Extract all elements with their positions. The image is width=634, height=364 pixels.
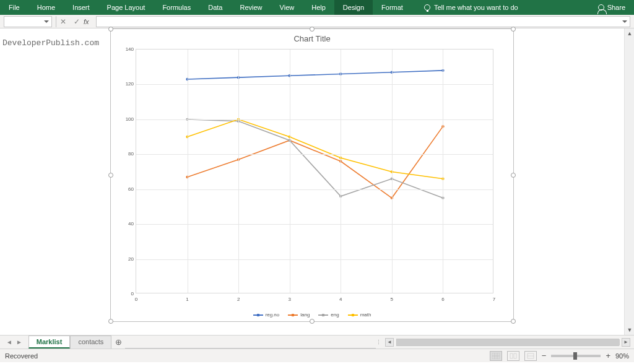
tab-nav-next-icon[interactable]: ► bbox=[16, 339, 22, 345]
resize-handle[interactable] bbox=[511, 319, 516, 324]
normal-view-button[interactable] bbox=[490, 351, 502, 361]
y-tick-label: 120 bbox=[120, 81, 134, 87]
resize-handle[interactable] bbox=[108, 27, 113, 32]
legend-label: lang bbox=[300, 312, 310, 318]
sheet-tab-marklist[interactable]: Marklist bbox=[28, 336, 71, 349]
series-line-lang[interactable] bbox=[188, 126, 443, 198]
zoom-slider[interactable] bbox=[551, 355, 601, 357]
tab-spacer bbox=[125, 336, 376, 349]
ribbon-tabs: FileHomeInsertPage LayoutFormulasDataRev… bbox=[0, 0, 634, 15]
vertical-scrollbar[interactable]: ▲ ▼ bbox=[624, 28, 634, 335]
resize-handle[interactable] bbox=[108, 173, 113, 178]
zoom-out-button[interactable]: − bbox=[542, 351, 547, 360]
name-box-dropdown-icon[interactable] bbox=[44, 20, 49, 23]
legend-swatch-icon bbox=[288, 314, 298, 316]
tell-me-label: Tell me what you want to do bbox=[434, 4, 518, 11]
legend-label: math bbox=[360, 312, 371, 318]
legend-label: reg.no bbox=[266, 312, 280, 318]
resize-handle[interactable] bbox=[108, 319, 113, 324]
chart-lines bbox=[136, 50, 493, 293]
ribbon-tab-view[interactable]: View bbox=[271, 0, 303, 15]
status-bar: Recovered − + 90% bbox=[0, 349, 634, 362]
y-tick-label: 40 bbox=[120, 221, 134, 227]
legend-label: eng bbox=[331, 312, 339, 318]
chart-legend[interactable]: reg.nolangengmath bbox=[111, 312, 513, 318]
lightbulb-icon bbox=[424, 4, 430, 11]
hscroll-right-icon[interactable]: ► bbox=[622, 338, 630, 347]
series-line-reg.no[interactable] bbox=[188, 71, 443, 79]
ribbon-tab-format[interactable]: Format bbox=[373, 0, 412, 15]
scroll-down-icon[interactable]: ▼ bbox=[625, 325, 634, 335]
ribbon-tab-design[interactable]: Design bbox=[334, 0, 373, 15]
ribbon-tab-formulas[interactable]: Formulas bbox=[154, 0, 199, 15]
tab-nav-prev-icon[interactable]: ◄ bbox=[6, 339, 12, 345]
enter-formula-icon[interactable]: ✓ bbox=[70, 17, 84, 26]
hscroll-split-icon[interactable]: ⋮ bbox=[376, 339, 385, 345]
grid-icon bbox=[492, 353, 500, 359]
y-tick-label: 140 bbox=[120, 46, 134, 52]
ribbon-tab-insert[interactable]: Insert bbox=[64, 0, 98, 15]
share-label: Share bbox=[607, 4, 625, 11]
status-left: Recovered bbox=[5, 352, 38, 360]
sheet-tab-contacts[interactable]: contacts bbox=[70, 336, 111, 349]
chart-object[interactable]: Chart Title 02040608010012014001234567 r… bbox=[110, 28, 514, 322]
y-tick-label: 0 bbox=[120, 291, 134, 297]
sheet-tab-nav: ◄ ► bbox=[0, 339, 28, 345]
y-tick-label: 100 bbox=[120, 116, 134, 122]
ribbon-tab-page-layout[interactable]: Page Layout bbox=[98, 0, 154, 15]
name-box[interactable] bbox=[4, 16, 52, 27]
y-tick-label: 80 bbox=[120, 151, 134, 157]
page-layout-icon bbox=[510, 353, 517, 359]
x-tick-label: 0 bbox=[131, 297, 141, 302]
share-button[interactable]: Share bbox=[589, 0, 634, 15]
resize-handle[interactable] bbox=[511, 27, 516, 32]
sheet-tabs: Marklistcontacts bbox=[28, 336, 112, 349]
person-icon bbox=[598, 4, 604, 11]
svg-rect-4 bbox=[510, 353, 513, 358]
formula-bar[interactable] bbox=[96, 16, 630, 27]
cancel-formula-icon[interactable]: ✕ bbox=[56, 17, 70, 26]
resize-handle[interactable] bbox=[310, 319, 315, 324]
page-layout-view-button[interactable] bbox=[507, 351, 519, 361]
x-tick-label: 2 bbox=[233, 297, 243, 302]
plot-area[interactable]: 02040608010012014001234567 bbox=[136, 49, 493, 293]
hscroll-left-icon[interactable]: ◄ bbox=[385, 338, 394, 347]
series-line-eng[interactable] bbox=[188, 119, 443, 198]
resize-handle[interactable] bbox=[310, 27, 315, 32]
legend-swatch-icon bbox=[348, 314, 358, 316]
formula-bar-expand-icon[interactable] bbox=[622, 20, 627, 23]
legend-item-lang[interactable]: lang bbox=[288, 312, 310, 318]
page-break-view-button[interactable] bbox=[524, 351, 537, 361]
page-break-icon bbox=[527, 353, 534, 359]
resize-handle[interactable] bbox=[511, 173, 516, 178]
ribbon-tab-review[interactable]: Review bbox=[231, 0, 271, 15]
legend-item-math[interactable]: math bbox=[348, 312, 371, 318]
zoom-in-button[interactable]: + bbox=[606, 351, 610, 360]
hscroll-track[interactable] bbox=[396, 339, 619, 346]
horizontal-scrollbar[interactable]: ⋮ ◄ ► bbox=[376, 338, 634, 347]
ribbon-tab-file[interactable]: File bbox=[0, 0, 28, 15]
insert-function-icon[interactable]: fx bbox=[84, 18, 96, 25]
series-line-math[interactable] bbox=[188, 119, 443, 179]
y-tick-label: 60 bbox=[120, 186, 134, 192]
zoom-slider-thumb[interactable] bbox=[573, 352, 577, 360]
legend-item-eng[interactable]: eng bbox=[318, 312, 339, 318]
tell-me-search[interactable]: Tell me what you want to do bbox=[415, 0, 527, 15]
worksheet-area: DeveloperPublish.com Chart Title 0204060… bbox=[0, 28, 634, 335]
formula-bar-row: ✕ ✓ fx bbox=[0, 15, 634, 28]
svg-rect-5 bbox=[514, 353, 516, 358]
ribbon-tab-help[interactable]: Help bbox=[303, 0, 334, 15]
add-sheet-button[interactable]: ⊕ bbox=[111, 337, 125, 347]
x-tick-label: 4 bbox=[336, 297, 345, 302]
legend-item-reg.no[interactable]: reg.no bbox=[253, 312, 280, 318]
x-tick-label: 1 bbox=[183, 297, 193, 302]
status-right: − + 90% bbox=[490, 351, 629, 361]
ribbon-tab-data[interactable]: Data bbox=[199, 0, 231, 15]
x-tick-label: 6 bbox=[438, 297, 448, 302]
hscroll-thumb[interactable] bbox=[397, 339, 620, 345]
x-tick-label: 3 bbox=[285, 297, 295, 302]
y-tick-label: 20 bbox=[120, 256, 134, 262]
ribbon-tab-home[interactable]: Home bbox=[28, 0, 64, 15]
watermark-text: DeveloperPublish.com bbox=[2, 38, 99, 48]
scroll-up-icon[interactable]: ▲ bbox=[625, 28, 634, 38]
